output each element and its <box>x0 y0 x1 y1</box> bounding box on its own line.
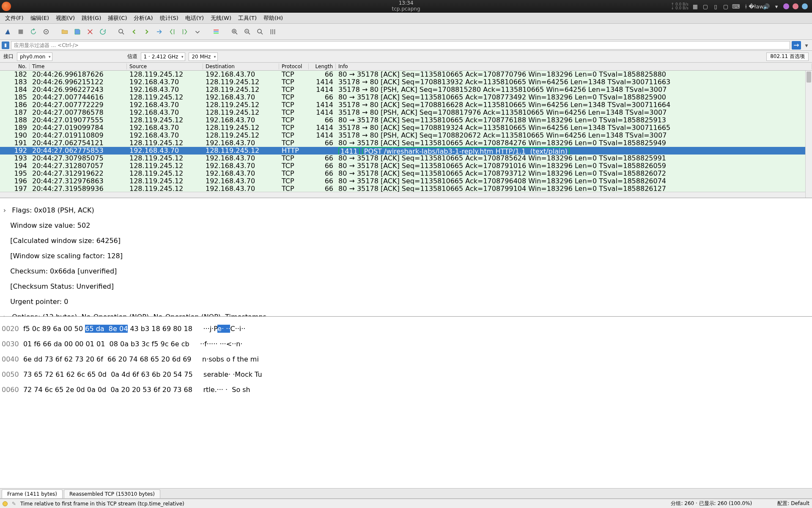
display-filter-input[interactable] <box>11 41 790 50</box>
packet-row[interactable]: 18420:44:26.996227243192.168.43.70128.11… <box>0 86 812 94</box>
colorize-icon[interactable] <box>211 26 222 37</box>
packet-row[interactable]: 18520:44:27.007744616128.119.245.12192.1… <box>0 94 812 101</box>
interface-combo[interactable]: phy0.mon <box>17 52 52 61</box>
detail-calcwin[interactable]: [Calculated window size: 64256] <box>10 237 121 245</box>
go-last-icon[interactable] <box>179 26 190 37</box>
packet-list-vscroll[interactable] <box>805 71 812 198</box>
save-file-icon[interactable] <box>72 26 83 37</box>
capture-options-icon[interactable] <box>41 26 52 37</box>
status-hint: Time relative to first frame in this TCP… <box>20 501 184 507</box>
packet-list[interactable]: No. Time Source Destination Protocol Len… <box>0 63 812 198</box>
apply-filter-button[interactable]: → <box>792 41 801 50</box>
shark-fin-icon[interactable] <box>3 26 14 37</box>
desktop-icon[interactable]: ▢ <box>702 3 709 10</box>
packet-details[interactable]: › Flags: 0x018 (PSH, ACK) Window size va… <box>0 198 812 317</box>
launcher-icon[interactable] <box>2 2 11 11</box>
hex-row[interactable]: 0020 f5 0c 89 6a 00 50 65 da 8e 04 43 b3… <box>2 325 810 333</box>
resize-columns-icon[interactable] <box>267 26 278 37</box>
go-back-icon[interactable] <box>129 26 140 37</box>
menu-stats[interactable]: 统计(S) <box>157 14 181 23</box>
monitor-icon[interactable]: ▢ <box>722 3 729 10</box>
tab-frame[interactable]: Frame (1411 bytes) <box>2 489 63 498</box>
menu-view[interactable]: 视图(V) <box>53 14 77 23</box>
packet-row[interactable]: 19520:44:27.312919622128.119.245.12192.1… <box>0 170 812 177</box>
hex-row[interactable]: 0050 73 65 72 61 62 6c 65 0d 0a 4d 6f 63… <box>2 371 810 378</box>
packet-row[interactable]: 18220:44:26.996187626128.119.245.12192.1… <box>0 71 812 78</box>
add-filter-button[interactable]: ▾ <box>803 41 810 50</box>
packet-row[interactable]: 18720:44:27.007786578192.168.43.70128.11… <box>0 109 812 116</box>
zoom-reset-icon[interactable] <box>255 26 266 37</box>
detail-checksum[interactable]: Checksum: 0x66da [unverified] <box>10 267 117 275</box>
detail-winsize[interactable]: Window size value: 502 <box>10 221 90 229</box>
keyboard-icon[interactable]: ⌨ <box>732 3 739 10</box>
packet-row[interactable]: 18820:44:27.019077555128.119.245.12192.1… <box>0 116 812 124</box>
auto-scroll-icon[interactable] <box>192 26 203 37</box>
zoom-out-icon[interactable] <box>242 26 253 37</box>
hex-row[interactable]: 0040 6e dd 73 6f 62 73 20 6f 66 20 74 68… <box>2 356 810 363</box>
packet-row[interactable]: 18920:44:27.019099784192.168.43.70128.11… <box>0 124 812 132</box>
bandwidth-combo[interactable]: 20 MHz <box>189 52 218 61</box>
packet-row[interactable]: 19220:44:27.062775853192.168.43.70128.11… <box>0 147 812 155</box>
workspace-dot-blue[interactable] <box>802 3 808 9</box>
col-src[interactable]: Source <box>127 64 203 69</box>
col-dst[interactable]: Destination <box>203 64 279 69</box>
go-first-icon[interactable] <box>167 26 178 37</box>
menu-telephony[interactable]: 电话(Y) <box>183 14 206 23</box>
clipboard-icon[interactable]: ▯ <box>712 3 719 10</box>
menu-file[interactable]: 文件(F) <box>3 14 26 23</box>
bookmark-filter-icon[interactable]: ▮ <box>2 41 9 49</box>
packet-list-hscroll[interactable] <box>0 192 805 198</box>
workspace-dot-pink[interactable] <box>793 3 798 9</box>
hex-row[interactable]: 0060 72 74 6c 65 2e 0d 0a 0d 0a 20 20 53… <box>2 386 810 394</box>
menu-wireless[interactable]: 无线(W) <box>208 14 234 23</box>
col-no[interactable]: No. <box>0 64 30 69</box>
menu-tools[interactable]: 工具(T) <box>236 14 259 23</box>
packet-row[interactable]: 19320:44:27.307985075128.119.245.12192.1… <box>0 155 812 162</box>
wifi-icon[interactable]: �ław <box>753 3 760 10</box>
menu-capture[interactable]: 捕获(C) <box>105 14 129 23</box>
channel-label: 信道 <box>127 53 137 60</box>
packet-row[interactable]: 19020:44:27.019110809192.168.43.70128.11… <box>0 132 812 139</box>
restart-capture-icon[interactable] <box>28 26 39 37</box>
svg-rect-4 <box>214 29 219 30</box>
packet-list-header[interactable]: No. Time Source Destination Protocol Len… <box>0 63 812 71</box>
go-to-packet-icon[interactable] <box>154 26 165 37</box>
col-time[interactable]: Time <box>30 64 127 69</box>
chevron-down-icon[interactable]: ▾ <box>773 3 780 10</box>
window-title: tcp.pcapng <box>392 6 420 12</box>
detail-urgent[interactable]: Urgent pointer: 0 <box>10 298 68 306</box>
go-forward-icon[interactable] <box>141 26 152 37</box>
detail-options[interactable]: Options: (12 bytes), No-Operation (NOP),… <box>12 313 266 317</box>
hex-row[interactable]: 0030 01 f6 66 da 00 00 01 01 08 0a b3 3c… <box>2 340 810 348</box>
channel-combo[interactable]: 1 · 2.412 GHz <box>141 52 186 61</box>
packet-row[interactable]: 18320:44:26.996215122192.168.43.70128.11… <box>0 78 812 86</box>
zoom-in-icon[interactable] <box>229 26 240 37</box>
stop-capture-icon[interactable] <box>15 26 26 37</box>
menu-analyze[interactable]: 分析(A) <box>131 14 155 23</box>
menu-edit[interactable]: 编辑(E) <box>28 14 52 23</box>
col-proto[interactable]: Protocol <box>279 64 309 69</box>
expert-info-icon[interactable] <box>3 501 8 506</box>
col-len[interactable]: Length <box>309 64 336 69</box>
status-profile[interactable]: 配置: Default <box>777 500 809 507</box>
close-file-icon[interactable] <box>85 26 96 37</box>
packet-row[interactable]: 19120:44:27.062754121128.119.245.12192.1… <box>0 139 812 147</box>
tab-reassembled[interactable]: Reassembled TCP (153010 bytes) <box>64 489 160 498</box>
detail-checkstat[interactable]: [Checksum Status: Unverified] <box>10 282 114 290</box>
packet-bytes[interactable]: 0020 f5 0c 89 6a 00 50 65 da 8e 04 43 b3… <box>0 317 812 489</box>
packet-row[interactable]: 19620:44:27.312976863128.119.245.12192.1… <box>0 177 812 185</box>
wireless-prefs-button[interactable]: 802.11 首选项 <box>766 52 809 61</box>
reload-icon[interactable] <box>97 26 108 37</box>
detail-flags[interactable]: Flags: 0x018 (PSH, ACK) <box>12 206 94 214</box>
packet-row[interactable]: 18620:44:27.007772229192.168.43.70128.11… <box>0 101 812 109</box>
find-icon[interactable] <box>116 26 127 37</box>
packet-row[interactable]: 19420:44:27.312807057128.119.245.12192.1… <box>0 162 812 170</box>
volume-icon[interactable]: 🔊 <box>763 3 770 10</box>
menu-go[interactable]: 跳转(G) <box>79 14 104 23</box>
wm-tile-icon[interactable]: ▦ <box>692 3 699 10</box>
col-info[interactable]: Info <box>336 64 812 69</box>
workspace-dot-purple[interactable] <box>783 3 789 9</box>
detail-winscale[interactable]: [Window size scaling factor: 128] <box>10 252 123 260</box>
menu-help[interactable]: 帮助(H) <box>261 14 285 23</box>
open-file-icon[interactable] <box>59 26 70 37</box>
